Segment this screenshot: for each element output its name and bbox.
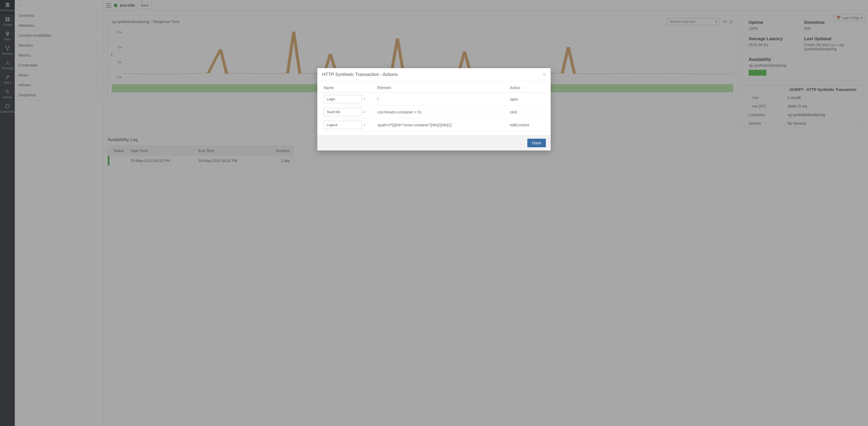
check-icon[interactable]: ✓ (363, 110, 366, 114)
done-button[interactable]: Done (527, 139, 546, 147)
action-row: ✓ / open (322, 93, 546, 106)
action-name-input[interactable] (324, 121, 362, 129)
action-element: / (376, 93, 508, 106)
action-element: css=#users-container > h1 (376, 106, 508, 119)
action-name-input[interactable] (324, 95, 362, 103)
col-action: Action (508, 83, 546, 93)
close-icon[interactable]: × (542, 72, 546, 77)
action-row: ✓ xpath=//*[@id="snow-container"]/div[2]… (322, 119, 546, 131)
modal-body: Name Element Action ✓ / open ✓ css=#user… (317, 81, 551, 135)
modal-title: HTTP Synthetic Transaction - Actions (322, 72, 542, 77)
col-element: Element (376, 83, 508, 93)
actions-modal: HTTP Synthetic Transaction - Actions × N… (317, 68, 551, 151)
action-row: ✓ css=#users-container > h1 click (322, 106, 546, 119)
modal-footer: Done (317, 135, 551, 151)
modal-header: HTTP Synthetic Transaction - Actions × (317, 68, 551, 81)
col-name: Name (322, 83, 376, 93)
action-type: click (508, 106, 546, 119)
modal-overlay[interactable]: HTTP Synthetic Transaction - Actions × N… (0, 0, 868, 426)
action-type: editContent (508, 119, 546, 131)
actions-table: Name Element Action ✓ / open ✓ css=#user… (322, 83, 546, 131)
action-name-input[interactable] (324, 108, 362, 116)
check-icon[interactable]: ✓ (363, 123, 366, 127)
action-element: xpath=//*[@id="snow-container"]/div[2]/d… (376, 119, 508, 131)
check-icon[interactable]: ✓ (363, 97, 366, 101)
action-type: open (508, 93, 546, 106)
